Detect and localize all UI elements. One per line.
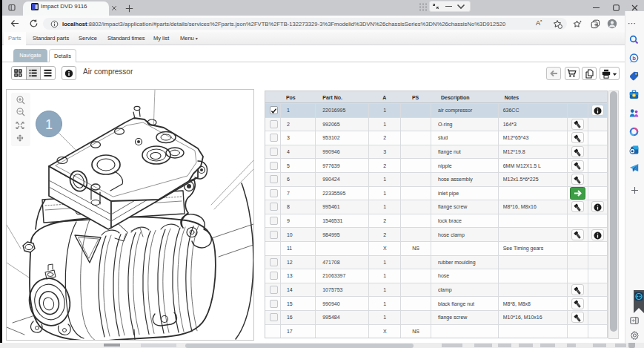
svg-text:b: b (632, 55, 636, 62)
svg-text:1: 1 (45, 117, 53, 132)
